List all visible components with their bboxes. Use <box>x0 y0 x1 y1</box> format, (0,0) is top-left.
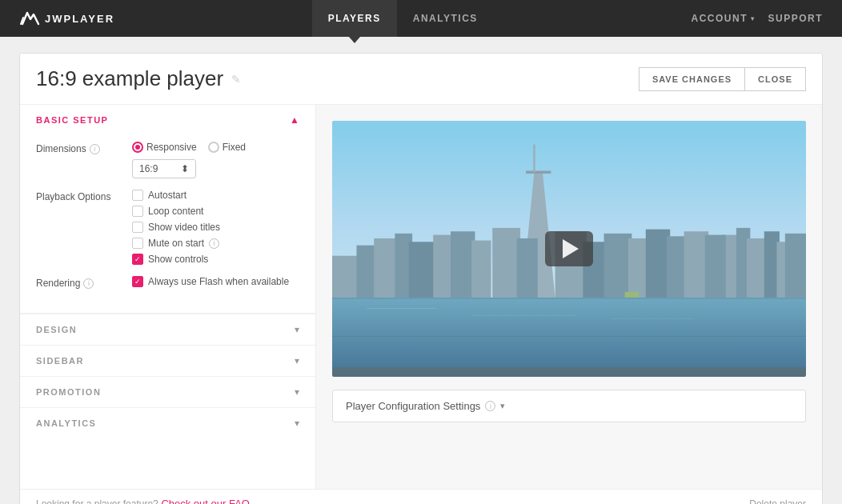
player-title-text: 16:9 example player <box>36 66 223 91</box>
playback-checkbox-list: Autostart Loop content Show video titles <box>132 190 299 265</box>
logo-text: JWPLAYER <box>45 13 114 25</box>
nav-players[interactable]: PLAYERS <box>312 0 397 37</box>
footer-faq-link[interactable]: Check out our FAQ <box>161 498 250 504</box>
dimensions-controls: Responsive Fixed 16:9 ⬍ <box>132 142 299 178</box>
rendering-info-icon[interactable]: i <box>83 278 94 289</box>
svg-rect-31 <box>471 315 576 316</box>
svg-rect-28 <box>705 235 726 298</box>
basic-setup-header[interactable]: BASIC SETUP ▲ <box>20 105 315 135</box>
svg-rect-17 <box>526 170 551 173</box>
edit-icon[interactable]: ✎ <box>231 73 241 86</box>
svg-rect-12 <box>409 242 437 298</box>
mute-on-start-checkbox-box <box>132 238 143 249</box>
right-panel: Player Configuration Settings i ▾ <box>316 105 822 489</box>
svg-rect-7 <box>785 234 806 298</box>
top-navigation: JWPLAYER PLAYERS ANALYTICS ACCOUNT ▾ SUP… <box>0 0 842 37</box>
svg-rect-25 <box>646 230 670 298</box>
header-buttons: SAVE CHANGES CLOSE <box>639 67 806 91</box>
svg-rect-34 <box>332 336 806 337</box>
svg-rect-32 <box>611 318 694 319</box>
show-controls-checkbox[interactable]: Show controls <box>132 254 299 265</box>
promotion-chevron-icon: ▾ <box>295 386 299 398</box>
fixed-radio[interactable]: Fixed <box>208 142 246 153</box>
logo: JWPLAYER <box>19 10 114 27</box>
content-box: 16:9 example player ✎ SAVE CHANGES CLOSE… <box>19 53 823 504</box>
body-layout: BASIC SETUP ▲ Dimensions i <box>20 105 822 489</box>
sidebar-chevron-icon: ▾ <box>295 355 299 366</box>
header-row: 16:9 example player ✎ SAVE CHANGES CLOSE <box>20 54 822 105</box>
rendering-label: Rendering i <box>36 276 132 289</box>
nav-analytics[interactable]: ANALYTICS <box>397 0 494 37</box>
analytics-section-header[interactable]: ANALYTICS ▾ <box>20 408 315 438</box>
dimensions-row: Dimensions i Responsive <box>36 142 299 178</box>
config-info-icon[interactable]: i <box>485 401 495 411</box>
config-bar[interactable]: Player Configuration Settings i ▾ <box>332 390 806 422</box>
account-chevron-icon: ▾ <box>751 15 756 22</box>
basic-setup-chevron-icon: ▲ <box>290 114 299 126</box>
analytics-section: ANALYTICS ▾ <box>20 407 315 438</box>
mute-on-start-checkbox[interactable]: Mute on start i <box>132 238 299 249</box>
config-chevron-icon: ▾ <box>500 401 505 411</box>
footer-row: Looking for a player feature? Check out … <box>20 489 822 504</box>
svg-rect-33 <box>625 292 639 298</box>
show-controls-checkbox-box <box>132 254 143 265</box>
ratio-select-chevron-icon: ⬍ <box>181 163 189 174</box>
sidebar-section-header[interactable]: SIDEBAR ▾ <box>20 346 315 376</box>
footer-text-container: Looking for a player feature? Check out … <box>36 498 250 504</box>
responsive-radio-dot <box>132 142 143 153</box>
promotion-label: PROMOTION <box>36 387 101 397</box>
loop-content-checkbox-box <box>132 206 143 217</box>
analytics-chevron-icon: ▾ <box>295 418 299 429</box>
close-button[interactable]: CLOSE <box>744 67 806 91</box>
svg-rect-20 <box>517 238 538 298</box>
design-section-header[interactable]: DESIGN ▾ <box>20 314 315 345</box>
main-wrapper: 16:9 example player ✎ SAVE CHANGES CLOSE… <box>0 37 842 504</box>
rendering-row: Rendering i Always use Flash when availa… <box>36 276 299 289</box>
responsive-radio[interactable]: Responsive <box>132 142 197 153</box>
loop-content-checkbox[interactable]: Loop content <box>132 206 299 217</box>
svg-rect-14 <box>451 231 475 298</box>
show-titles-checkbox[interactable]: Show video titles <box>132 222 299 233</box>
dimensions-radio-group: Responsive Fixed <box>132 142 299 153</box>
autostart-checkbox[interactable]: Autostart <box>132 190 299 201</box>
playback-label: Playback Options <box>36 190 132 202</box>
promotion-section: PROMOTION ▾ <box>20 376 315 407</box>
flash-checkbox[interactable]: Always use Flash when available <box>132 276 299 287</box>
nav-support[interactable]: SUPPORT <box>768 13 823 24</box>
mute-info-icon[interactable]: i <box>209 238 219 249</box>
svg-rect-30 <box>367 308 437 309</box>
analytics-left-label: ANALYTICS <box>36 418 96 428</box>
nav-center: PLAYERS ANALYTICS <box>114 0 691 37</box>
show-titles-checkbox-box <box>132 222 143 233</box>
playback-controls: Autostart Loop content Show video titles <box>132 190 299 265</box>
svg-rect-29 <box>332 298 806 299</box>
svg-rect-19 <box>492 228 520 298</box>
dimensions-label: Dimensions i <box>36 142 132 154</box>
promotion-section-header[interactable]: PROMOTION ▾ <box>20 377 315 407</box>
playback-row: Playback Options Autostart Loop co <box>36 190 299 265</box>
svg-rect-27 <box>684 231 708 298</box>
dimensions-info-icon[interactable]: i <box>90 144 100 154</box>
design-section: DESIGN ▾ <box>20 314 315 345</box>
sidebar-label: SIDEBAR <box>36 356 84 366</box>
svg-rect-15 <box>471 241 491 298</box>
left-panel: BASIC SETUP ▲ Dimensions i <box>20 105 316 489</box>
svg-rect-8 <box>332 256 360 298</box>
rendering-controls: Always use Flash when available <box>132 276 299 287</box>
basic-setup-label: BASIC SETUP <box>36 115 108 125</box>
sidebar-section: SIDEBAR ▾ <box>20 345 315 376</box>
video-preview[interactable] <box>332 121 806 377</box>
nav-account[interactable]: ACCOUNT ▾ <box>691 13 755 24</box>
design-label: DESIGN <box>36 325 77 334</box>
save-changes-button[interactable]: SAVE CHANGES <box>639 67 744 91</box>
delete-player-link[interactable]: Delete player <box>749 498 806 505</box>
play-triangle-icon <box>563 239 579 258</box>
ratio-select[interactable]: 16:9 ⬍ <box>132 159 196 178</box>
flash-checkbox-box <box>132 276 143 287</box>
footer-text: Looking for a player feature? <box>36 498 158 504</box>
nav-right: ACCOUNT ▾ SUPPORT <box>691 13 823 24</box>
svg-rect-26 <box>667 236 686 298</box>
play-button[interactable] <box>545 231 593 266</box>
fixed-radio-dot <box>208 142 219 153</box>
svg-rect-23 <box>604 234 632 298</box>
